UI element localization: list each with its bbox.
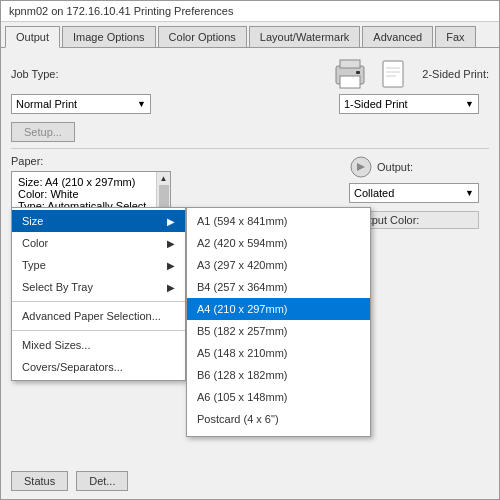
window-title: kpnm02 on 172.16.10.41 Printing Preferen… [9, 5, 233, 17]
menu-separator-2 [12, 330, 185, 331]
tray-arrow: ▶ [167, 282, 175, 293]
tab-image-options[interactable]: Image Options [62, 26, 156, 47]
tab-color-options[interactable]: Color Options [158, 26, 247, 47]
paper-label: Paper: [11, 155, 171, 167]
menu-item-color[interactable]: Color ▶ [12, 232, 185, 254]
submenu-item-a3[interactable]: A3 (297 x 420mm) [187, 254, 370, 276]
page-icon [382, 60, 404, 88]
submenu-item-b5[interactable]: B5 (182 x 257mm) [187, 320, 370, 342]
menu-separator-1 [12, 301, 185, 302]
menu-item-covers-separators[interactable]: Covers/Separators... [12, 356, 185, 378]
scroll-up-arrow[interactable]: ▲ [158, 172, 170, 185]
menu-item-select-by-tray[interactable]: Select By Tray ▶ [12, 276, 185, 298]
output-select[interactable]: Collated ▼ [349, 183, 479, 203]
output-arrow: ▼ [465, 188, 474, 198]
menu-item-type[interactable]: Type ▶ [12, 254, 185, 276]
tab-layout-watermark[interactable]: Layout/Watermark [249, 26, 360, 47]
context-menu: Size ▶ Color ▶ Type ▶ Select By Tray ▶ [11, 207, 186, 381]
type-arrow: ▶ [167, 260, 175, 271]
job-type-label: Job Type: [11, 68, 59, 80]
tab-output[interactable]: Output [5, 26, 60, 48]
submenu-item-c4[interactable]: C4 Envelope (229 x 324mm) [187, 430, 370, 437]
menu-item-size[interactable]: Size ▶ [12, 210, 185, 232]
submenu-item-b6[interactable]: B6 (128 x 182mm) [187, 364, 370, 386]
submenu-item-a1[interactable]: A1 (594 x 841mm) [187, 210, 370, 232]
submenu-item-a6[interactable]: A6 (105 x 148mm) [187, 386, 370, 408]
svg-rect-1 [340, 60, 360, 68]
paper-size: Size: A4 (210 x 297mm) [18, 176, 164, 188]
status-button[interactable]: Status [11, 471, 68, 491]
color-arrow: ▶ [167, 238, 175, 249]
submenu-item-b4[interactable]: B4 (257 x 364mm) [187, 276, 370, 298]
menu-item-advanced-paper[interactable]: Advanced Paper Selection... [12, 305, 185, 327]
main-content: Job Type: 2-Sided Print: [1, 48, 499, 499]
tab-fax[interactable]: Fax [435, 26, 475, 47]
printer-icon [332, 58, 368, 90]
svg-rect-3 [356, 71, 360, 74]
submenu-item-a5[interactable]: A5 (148 x 210mm) [187, 342, 370, 364]
svg-rect-4 [383, 61, 403, 87]
job-type-arrow: ▼ [137, 99, 146, 109]
two-sided-arrow: ▼ [465, 99, 474, 109]
default-button[interactable]: Det... [76, 471, 128, 491]
window: kpnm02 on 172.16.10.41 Printing Preferen… [0, 0, 500, 500]
submenu-item-a2[interactable]: A2 (420 x 594mm) [187, 232, 370, 254]
size-arrow: ▶ [167, 216, 175, 227]
tab-bar: Output Image Options Color Options Layou… [1, 22, 499, 48]
output-label: Output: [377, 161, 413, 173]
tab-advanced[interactable]: Advanced [362, 26, 433, 47]
menu-item-mixed-sizes[interactable]: Mixed Sizes... [12, 334, 185, 356]
job-type-select[interactable]: Normal Print ▼ [11, 94, 151, 114]
setup-button[interactable]: Setup... [11, 122, 75, 142]
svg-rect-2 [340, 76, 360, 88]
title-bar: kpnm02 on 172.16.10.41 Printing Preferen… [1, 1, 499, 22]
two-sided-select[interactable]: 1-Sided Print ▼ [339, 94, 479, 114]
submenu-item-postcard[interactable]: Postcard (4 x 6") [187, 408, 370, 430]
paper-color: Color: White [18, 188, 164, 200]
size-submenu: A1 (594 x 841mm) A2 (420 x 594mm) A3 (29… [186, 207, 371, 437]
output-icon [349, 155, 373, 179]
submenu-item-a4[interactable]: A4 (210 x 297mm) [187, 298, 370, 320]
two-sided-label: 2-Sided Print: [422, 68, 489, 80]
